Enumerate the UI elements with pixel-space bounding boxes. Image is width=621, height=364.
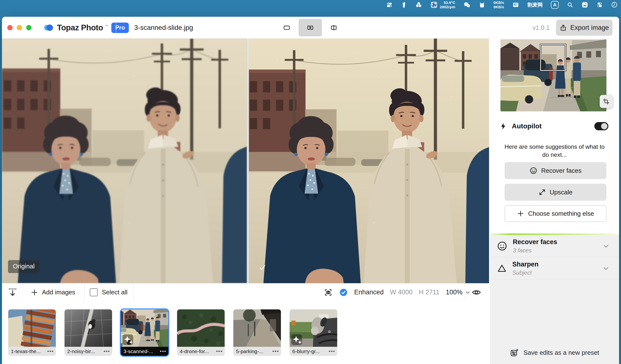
single-view-button[interactable] <box>275 19 298 36</box>
viewfinder-camera-icon[interactable] <box>324 288 333 297</box>
navigation-thumbnail[interactable] <box>500 39 606 111</box>
fan-temperature-stat[interactable]: 53.9°C 2002rpm <box>430 0 455 9</box>
filmstrip: 1-texas-the... <box>2 301 489 364</box>
recover-faces-suggestion-button[interactable]: Recover faces <box>505 162 606 179</box>
clock-icon[interactable] <box>611 1 618 8</box>
network-speed-stat[interactable]: 0KB/s 0KB/s <box>493 0 504 9</box>
triangle-icon <box>497 263 507 274</box>
fan-icon <box>430 1 438 8</box>
suggestions-text: Here are some suggestions of what to do … <box>503 143 606 159</box>
bottom-toolbar: Add images Select all Enhanced W 4000 <box>2 283 489 301</box>
titlebar-separator <box>116 17 116 39</box>
app-name: Topaz Photo <box>57 23 103 32</box>
add-images-button[interactable]: Add images <box>31 283 75 301</box>
thumbnail-drone-forest[interactable]: 4-drone-for... <box>177 309 225 356</box>
sharpen-panel[interactable]: Sharpen Subject <box>490 257 619 279</box>
preview-original-button[interactable] <box>472 283 481 301</box>
traffic-lights <box>7 25 32 30</box>
close-window-button[interactable] <box>7 25 13 30</box>
image-width: W 4000 <box>390 289 413 296</box>
thumbnail-scanned-slide-selected[interactable]: 3-scanned-... <box>121 309 168 356</box>
thumbnail-label: 2-noisy-bir... <box>65 347 112 356</box>
switches-icon[interactable] <box>597 2 603 8</box>
thumbnail-menu-icon[interactable] <box>48 351 53 352</box>
thumbnail-noisy-bird[interactable]: 2-noisy-bir... <box>65 309 112 356</box>
chevron-down-icon[interactable] <box>602 242 610 250</box>
crop-button[interactable] <box>600 95 613 108</box>
cpu-temp: 53.9°C <box>444 0 455 5</box>
sparkles-icon <box>291 334 302 345</box>
thumbnail-menu-icon[interactable] <box>273 351 278 352</box>
zoom-window-button[interactable] <box>26 25 32 30</box>
viewport-rectangle[interactable] <box>540 44 566 71</box>
view-mode-switch <box>275 19 345 36</box>
plus-icon <box>517 210 524 217</box>
thumbnail-image <box>233 309 281 347</box>
thumbnail-label: 1-texas-the... <box>8 347 56 356</box>
drink-cup-icon[interactable] <box>401 2 407 8</box>
topaz-logo-icon <box>44 23 54 33</box>
clover-icon[interactable] <box>415 1 422 8</box>
collapse-filmstrip-button[interactable] <box>8 283 17 301</box>
toolbar-separator <box>23 283 23 301</box>
titlebar: Topaz Photo ™ Pro 3-scanned-slide.jpg v1… <box>2 17 619 39</box>
autopilot-toggle[interactable] <box>594 122 608 130</box>
status-label: Enhanced <box>354 289 384 296</box>
display-icon[interactable] <box>512 1 519 8</box>
side-by-side-view-button[interactable] <box>299 19 322 36</box>
thumbnail-menu-icon[interactable] <box>216 351 222 352</box>
check-circle-icon <box>339 288 348 297</box>
thumbnail-label: 6-blurry-gr... <box>290 347 337 356</box>
spotlight-search-icon[interactable] <box>567 2 573 8</box>
thumbnail-blurry-great-dane[interactable]: 6-blurry-gr... <box>290 309 337 356</box>
toggle-knob <box>601 123 607 129</box>
export-image-button[interactable]: Export image <box>556 20 613 36</box>
select-all-checkbox[interactable] <box>90 288 98 296</box>
autopilot-row: Autopilot <box>500 120 608 132</box>
wechat-icon[interactable] <box>463 1 471 8</box>
thumbnail-label: 5-parking-... <box>233 347 281 356</box>
save-preset-button[interactable]: Save edits as a new preset <box>490 347 619 358</box>
side-by-side-icon <box>308 26 313 29</box>
minimize-window-button[interactable] <box>17 25 22 30</box>
original-image-pane[interactable]: Original <box>2 39 247 283</box>
control-toggles-icon[interactable] <box>386 2 393 8</box>
enhanced-image-pane[interactable] <box>249 39 489 283</box>
upscale-suggestion-button[interactable]: Upscale <box>505 184 606 201</box>
recover-faces-panel[interactable]: Recover faces 3 faces <box>490 235 619 257</box>
thumbnail-menu-icon[interactable] <box>160 351 166 352</box>
smiley-icon <box>530 167 537 174</box>
enhanced-photo <box>249 39 489 283</box>
zoom-level-dropdown[interactable]: 100% <box>446 289 471 296</box>
single-view-icon <box>284 26 290 29</box>
collapse-down-icon <box>8 287 17 297</box>
chevron-down-icon[interactable] <box>602 264 610 272</box>
sparkles-icon <box>122 334 133 345</box>
input-method-icon[interactable]: A <box>551 1 559 9</box>
pro-badge: Pro <box>111 23 129 33</box>
panel-subtitle: Subject <box>512 269 538 276</box>
net-down: 0KB/s <box>493 5 504 9</box>
thumbnail-label: 4-drone-for... <box>177 347 225 356</box>
thumbnail-image <box>290 309 337 347</box>
thumbnail-menu-icon[interactable] <box>329 351 334 352</box>
enhancement-panels: Recover faces 3 faces Sharpen Subject <box>490 235 619 364</box>
select-all-control[interactable]: Select all <box>90 283 128 301</box>
split-view-button[interactable] <box>322 19 345 36</box>
original-photo <box>2 39 247 283</box>
smiley-icon <box>497 241 507 251</box>
panel-subtitle: 3 faces <box>513 247 557 254</box>
crop-icon <box>603 98 610 105</box>
thumbnail-parking-street[interactable]: 5-parking-... <box>233 309 281 356</box>
cat-app-icon[interactable] <box>479 2 485 8</box>
open-filename: 3-scanned-slide.jpg <box>134 17 193 39</box>
site-menu-item[interactable]: 割麦网 <box>527 1 543 8</box>
image-comparison-viewer: Original <box>2 39 489 283</box>
toolbar-separator <box>133 283 134 301</box>
diagonal-arrows-icon <box>538 189 546 196</box>
thumbnail-texas-theater[interactable]: 1-texas-the... <box>8 309 56 356</box>
choose-something-else-button[interactable]: Choose something else <box>505 205 606 222</box>
lightning-bolt-icon <box>500 122 507 130</box>
photos-app-icon[interactable] <box>582 1 588 8</box>
thumbnail-menu-icon[interactable] <box>104 351 109 352</box>
